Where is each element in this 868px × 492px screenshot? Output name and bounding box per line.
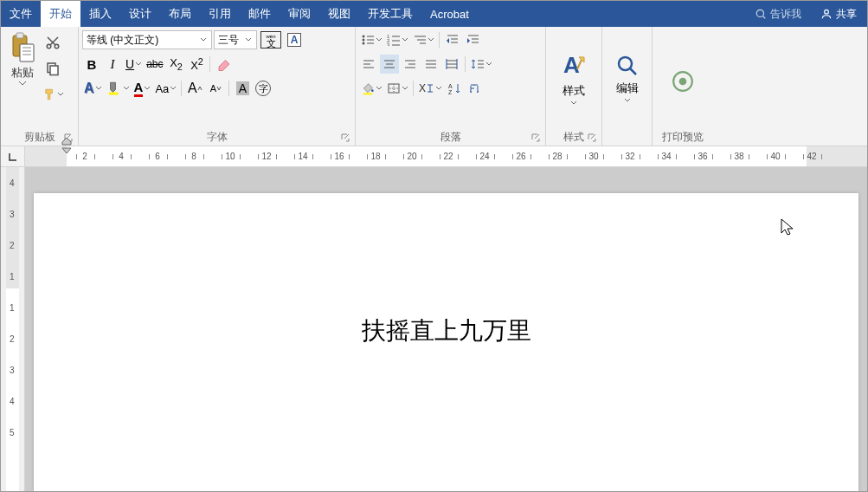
alignleft-icon (362, 58, 376, 70)
subscript-button[interactable]: X2 (166, 55, 185, 74)
first-line-indent-marker[interactable] (61, 147, 72, 154)
justify-button[interactable] (421, 55, 440, 74)
horizontal-ruler[interactable]: 24681012141618202224262830323436384042 (1, 146, 867, 167)
clear-format-button[interactable] (214, 55, 235, 74)
find-icon (614, 53, 640, 79)
change-case-button[interactable]: Aa (153, 79, 177, 98)
underline-icon: U (125, 57, 134, 71)
group-preview: 打印预览 (653, 27, 713, 146)
menu-references[interactable]: 引用 (200, 1, 240, 27)
cut-button[interactable] (42, 32, 63, 53)
svg-point-0 (756, 10, 763, 16)
font-color-button[interactable]: A (132, 79, 152, 98)
menu-review[interactable]: 审阅 (280, 1, 319, 27)
styles-button[interactable]: A 样式 (558, 50, 589, 106)
multilevel-button[interactable] (411, 30, 435, 49)
growfont-icon: A (188, 81, 197, 96)
highlight-button[interactable] (105, 79, 131, 98)
format-painter-button[interactable] (42, 84, 63, 105)
bullets-button[interactable] (359, 30, 383, 49)
menu-devtools[interactable]: 开发工具 (359, 1, 421, 27)
phonetic-guide-button[interactable]: wén 文 (259, 30, 283, 49)
font-name-value: 等线 (中文正文) (87, 33, 158, 48)
bucket-icon (361, 81, 375, 95)
align-right-button[interactable] (401, 55, 420, 74)
copy-icon (45, 61, 61, 76)
styles-icon: A (558, 50, 589, 81)
distribute-button[interactable] (442, 55, 461, 74)
font-launcher[interactable] (339, 132, 351, 144)
outdent-icon (446, 34, 460, 46)
menu-file[interactable]: 文件 (1, 1, 41, 27)
asian-layout-button[interactable]: X (417, 79, 443, 98)
shrink-font-button[interactable]: A (206, 79, 225, 98)
strikethrough-button[interactable]: abc (145, 55, 164, 74)
bold-button[interactable]: B (82, 55, 101, 74)
grow-font-button[interactable]: A (185, 79, 204, 98)
vruler-tick: 3 (10, 210, 15, 219)
svg-text:A: A (563, 52, 580, 78)
tab-selector[interactable] (1, 146, 25, 166)
ruler-tick: 2 (82, 152, 87, 161)
menu-design[interactable]: 设计 (120, 1, 160, 27)
enclose-char-button[interactable]: 字 (254, 79, 273, 98)
svg-text:A: A (448, 83, 453, 89)
hanging-indent-marker[interactable] (61, 137, 72, 146)
menu-acrobat[interactable]: Acrobat (421, 1, 478, 27)
svg-point-16 (363, 36, 365, 38)
align-left-button[interactable] (359, 55, 378, 74)
svg-rect-15 (109, 93, 119, 95)
linespace-icon (471, 58, 485, 70)
vertical-ruler[interactable]: 432112345 (1, 167, 25, 491)
styles-launcher[interactable] (586, 132, 598, 144)
increase-indent-button[interactable] (464, 30, 483, 49)
char-shading-button[interactable]: A (233, 79, 252, 98)
paste-button[interactable]: 粘贴 (4, 29, 41, 86)
edit-button[interactable]: 编辑 (614, 53, 640, 103)
decrease-indent-button[interactable] (443, 30, 462, 49)
menu-insert[interactable]: 插入 (80, 1, 120, 27)
print-preview-button[interactable] (672, 63, 694, 93)
group-paragraph-label: 段落 (356, 128, 545, 146)
menu-mailings[interactable]: 邮件 (240, 1, 280, 27)
menu-view[interactable]: 视图 (319, 1, 359, 27)
text-effects-button[interactable]: A (82, 79, 103, 98)
document-text[interactable]: 扶摇直上九万里 (362, 314, 531, 347)
bold-icon: B (87, 57, 97, 72)
group-preview-label: 打印预览 (653, 128, 713, 146)
italic-button[interactable]: I (103, 55, 122, 74)
shading-button[interactable] (359, 79, 383, 98)
enclose-icon: 字 (255, 81, 271, 96)
launcher-icon (530, 132, 542, 144)
font-size-selector[interactable]: 三号 (214, 30, 257, 49)
line-spacing-button[interactable] (469, 55, 493, 74)
underline-button[interactable]: U (124, 55, 143, 74)
superscript-button[interactable]: X2 (187, 55, 206, 74)
char-border-button[interactable]: A (285, 30, 304, 49)
ruler-tick: 20 (407, 152, 416, 161)
paragraph-launcher[interactable] (530, 132, 542, 144)
subscript-icon: X2 (170, 56, 183, 72)
svg-rect-14 (50, 66, 58, 75)
ruler-tick: 6 (155, 152, 160, 161)
sort-button[interactable]: AZ (445, 79, 464, 98)
menu-layout[interactable]: 布局 (160, 1, 200, 27)
numbering-button[interactable]: 123 (385, 30, 409, 49)
tell-me-search[interactable]: 告诉我 (746, 7, 810, 22)
document-area: 432112345 扶摇直上九万里 (1, 167, 867, 491)
show-marks-button[interactable] (466, 79, 485, 98)
borders-button[interactable] (385, 79, 409, 98)
ruler-tick: 38 (734, 152, 743, 161)
align-center-button[interactable] (380, 55, 399, 74)
group-paragraph: 123 X AZ (356, 27, 546, 146)
menu-home[interactable]: 开始 (41, 1, 80, 27)
vruler-tick: 4 (10, 397, 15, 406)
ribbon: 粘贴 剪贴板 (1, 27, 867, 146)
share-button[interactable]: 共享 (810, 7, 867, 22)
font-name-selector[interactable]: 等线 (中文正文) (82, 30, 212, 49)
svg-text:3: 3 (387, 42, 390, 46)
copy-button[interactable] (42, 58, 63, 79)
document-page[interactable]: 扶摇直上九万里 (34, 193, 858, 491)
indent-icon (466, 34, 480, 46)
svg-point-2 (825, 10, 829, 14)
